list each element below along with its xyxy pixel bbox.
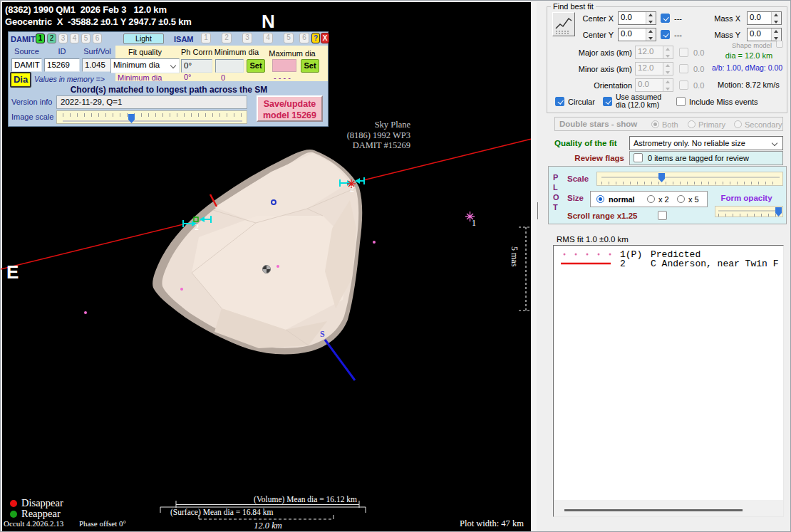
ph-corrn-field[interactable]: 0° xyxy=(181,59,212,73)
splitter[interactable] xyxy=(531,2,537,531)
chord-observer-2: C Anderson, near Twin F xyxy=(651,259,783,269)
save-update-button[interactable]: Save/update model 15269 xyxy=(257,95,323,122)
volume-dia-label: (Volume) Mean dia = 16.12 km xyxy=(214,495,357,504)
set-min-dia-button[interactable]: Set xyxy=(247,59,265,73)
include-miss-label: Include Miss events xyxy=(689,98,758,106)
south-label: S xyxy=(320,329,325,340)
splitter-handle[interactable] xyxy=(537,202,538,219)
reappear-dot-icon xyxy=(10,511,17,518)
center-x-spinner[interactable]: 0.0 xyxy=(618,11,656,25)
scrollbar-thumb[interactable] xyxy=(564,509,743,511)
dia-button[interactable]: Dia xyxy=(10,72,31,88)
size-x2-radio[interactable] xyxy=(647,195,655,203)
chord2-right-label: 2 xyxy=(350,184,354,194)
light-curves-button[interactable]: Light curves xyxy=(123,33,164,44)
scroll-range-checkbox[interactable] xyxy=(658,211,667,220)
mas-scale-label: 5 mas xyxy=(509,246,519,266)
surfvol-label: Surf/Vol xyxy=(82,47,113,56)
center-y-spinner[interactable]: 0.0 xyxy=(618,28,656,41)
orientation-checkbox[interactable] xyxy=(679,80,688,90)
fit-quality-value: Minimum dia xyxy=(113,61,160,69)
form-opacity-label: Form opacity xyxy=(715,194,777,202)
source-label: Source xyxy=(11,47,42,56)
primary-radio[interactable] xyxy=(688,120,696,128)
chord-list-scrollbar[interactable] xyxy=(554,500,783,516)
set-max-dia-button[interactable]: Set xyxy=(301,59,319,73)
help-button[interactable]: ? xyxy=(311,33,320,43)
damit-label: DAMIT xyxy=(11,35,36,43)
minor-axis-checkbox[interactable] xyxy=(679,64,688,73)
center-x-checkbox[interactable] xyxy=(661,14,670,23)
both-radio[interactable] xyxy=(651,120,659,128)
damit-model-1-button[interactable]: 1 xyxy=(36,33,45,43)
include-miss-checkbox[interactable] xyxy=(676,97,686,106)
center-x-dash: --- xyxy=(674,14,682,23)
major-axis-spinner[interactable]: 12.0 xyxy=(635,46,673,59)
secondary-label: Secondary xyxy=(745,120,782,129)
plot-vertical-label: PLOT xyxy=(553,172,559,212)
orientation-value: 0.0 xyxy=(636,79,663,91)
image-scale-label: Image scale xyxy=(11,113,53,121)
damit-model-4-button[interactable]: 4 xyxy=(70,33,79,43)
quality-of-fit-value: Astrometry only. No reliable size xyxy=(634,139,745,147)
shape-model-checkbox[interactable] xyxy=(776,41,783,48)
image-scale-thumb[interactable] xyxy=(128,114,135,123)
double-stars-label: Double stars - show xyxy=(559,120,637,128)
damit-model-2-button[interactable]: 2 xyxy=(47,33,56,43)
fit-quality-label: Fit quality xyxy=(110,48,180,56)
size-x5-radio[interactable] xyxy=(677,195,685,203)
mass-y-spinner[interactable]: 0.0 xyxy=(747,28,782,41)
size-label: Size xyxy=(567,194,584,202)
isam-model-6-button[interactable]: 6 xyxy=(299,33,309,43)
secondary-radio[interactable] xyxy=(734,120,742,128)
dia-value-text: dia = 12.0 km xyxy=(717,51,781,60)
center-y-checkbox[interactable] xyxy=(661,30,670,39)
image-scale-slider[interactable] xyxy=(56,110,247,124)
version-info-field[interactable]: 2022-11-29, Q=1 xyxy=(56,95,247,109)
chord-row-2[interactable]: 2 xyxy=(620,259,626,269)
save-line2: model 15269 xyxy=(258,110,321,121)
title-line1: (8362) 1990 QM1 2026 Feb 3 12.0 km xyxy=(5,4,167,15)
size-normal-radio[interactable] xyxy=(596,195,604,203)
major-axis-label: Major axis (km) xyxy=(551,48,632,57)
chevron-down-icon xyxy=(170,63,176,68)
major-axis-check-value: 0.0 xyxy=(693,48,704,57)
memory-max: - - - - xyxy=(274,73,291,82)
orientation-spinner[interactable]: 0.0 xyxy=(635,78,673,92)
source-value-field[interactable]: DAMIT xyxy=(11,58,42,72)
center-marker xyxy=(263,266,271,273)
chevron-down-icon xyxy=(772,140,777,146)
north-label: N xyxy=(262,11,275,33)
circular-checkbox[interactable] xyxy=(555,97,564,106)
major-axis-checkbox[interactable] xyxy=(679,48,688,57)
isam-model-1-button[interactable]: 1 xyxy=(201,33,211,43)
isam-model-2-button[interactable]: 2 xyxy=(222,33,232,43)
isam-model-4-button[interactable]: 4 xyxy=(263,33,273,43)
damit-model-5-button[interactable]: 5 xyxy=(81,33,91,43)
form-opacity-slider[interactable] xyxy=(715,206,783,217)
minor-axis-value: 12.0 xyxy=(636,63,663,75)
min-dia-field[interactable] xyxy=(215,59,244,73)
max-dia-label: Maximum dia xyxy=(262,49,322,58)
scroll-range-label: Scroll range x1.25 xyxy=(567,212,637,220)
id-value-field[interactable]: 15269 xyxy=(44,58,80,72)
mass-x-value: 0.0 xyxy=(748,12,771,24)
close-panel-button[interactable]: X xyxy=(321,33,329,43)
mass-x-spinner[interactable]: 0.0 xyxy=(747,11,782,25)
isam-model-5-button[interactable]: 5 xyxy=(284,33,294,43)
shape-model-label: Shape model xyxy=(729,41,772,49)
max-dia-field[interactable] xyxy=(272,59,296,72)
chord-list[interactable]: 1(P) Predicted 2 C Anderson, near Twin F xyxy=(553,245,784,517)
use-assumed-checkbox[interactable] xyxy=(603,97,612,106)
quality-of-fit-dropdown[interactable]: Astrometry only. No reliable size xyxy=(629,136,783,150)
damit-model-6-button[interactable]: 6 xyxy=(93,33,102,43)
surfvol-value-field[interactable]: 1.045 xyxy=(82,58,113,72)
fit-quality-dropdown[interactable]: Minimum dia xyxy=(110,58,180,73)
damit-model-3-button[interactable]: 3 xyxy=(58,33,68,43)
review-flags-checkbox[interactable] xyxy=(634,153,643,162)
minor-axis-spinner[interactable]: 12.0 xyxy=(635,62,673,75)
mas-scale-bracket xyxy=(519,227,529,311)
plot-scale-slider[interactable] xyxy=(596,172,783,186)
memory-fit-quality: Minimum dia xyxy=(118,73,162,82)
isam-model-3-button[interactable]: 3 xyxy=(242,33,252,43)
